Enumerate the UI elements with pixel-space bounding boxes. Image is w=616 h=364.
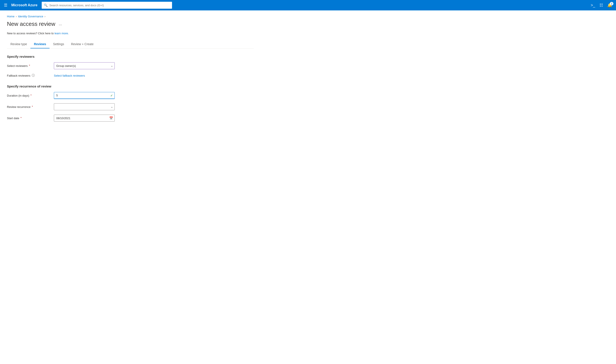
duration-label-text: Duration (in days) xyxy=(7,94,29,97)
duration-label: Duration (in days) * xyxy=(7,94,50,97)
specify-reviewers-section: Specify reviewers Select reviewers * Gro… xyxy=(7,55,254,78)
brand-name: Microsoft Azure xyxy=(11,3,37,7)
review-recurrence-label: Review recurrence * xyxy=(7,105,50,108)
breadcrumb: Home › Identity Governance › xyxy=(7,15,254,18)
duration-required: * xyxy=(31,94,32,97)
breadcrumb-home[interactable]: Home xyxy=(7,15,14,18)
duration-input-wrapper: ✓ xyxy=(54,92,115,99)
start-date-label: Start date * xyxy=(7,117,50,120)
duration-row: Duration (in days) * ✓ xyxy=(7,92,254,99)
select-reviewers-row: Select reviewers * Group owner(s) Select… xyxy=(7,62,254,69)
search-icon: 🔍 xyxy=(44,3,48,7)
review-recurrence-required: * xyxy=(32,105,33,108)
select-reviewers-label: Select reviewers * xyxy=(7,64,50,67)
select-reviewers-dropdown[interactable]: Group owner(s) Selected user(s) or group… xyxy=(54,62,115,69)
fallback-reviewers-label: Fallback reviewers ⓘ xyxy=(7,74,50,78)
main-content: Home › Identity Governance › New access … xyxy=(0,10,261,133)
review-recurrence-row: Review recurrence * Weekly Monthly Quart… xyxy=(7,103,254,110)
review-recurrence-wrapper: Weekly Monthly Quarterly Semi-annually A… xyxy=(54,103,115,110)
select-reviewers-required: * xyxy=(29,64,30,67)
tab-settings[interactable]: Settings xyxy=(50,40,67,48)
start-date-label-text: Start date xyxy=(7,117,19,120)
topbar-icons: >_ ☷ 🔔 2 xyxy=(589,2,613,9)
topbar: ☰ Microsoft Azure 🔍 >_ ☷ 🔔 2 xyxy=(0,0,616,10)
cloud-shell-button[interactable]: >_ xyxy=(589,2,596,9)
specify-recurrence-section: Specify recurrence of review Duration (i… xyxy=(7,84,254,122)
hamburger-menu-button[interactable]: ☰ xyxy=(3,2,9,9)
search-input[interactable] xyxy=(49,4,170,7)
start-date-input[interactable] xyxy=(54,115,115,122)
breadcrumb-identity-governance[interactable]: Identity Governance xyxy=(18,15,43,18)
tab-reviews[interactable]: Reviews xyxy=(30,40,50,48)
tab-review-type[interactable]: Review type xyxy=(7,40,30,48)
info-text: New to access reviews? Click here to lea… xyxy=(7,32,254,35)
start-date-wrapper: 📅 xyxy=(54,115,115,122)
duration-input[interactable] xyxy=(54,92,115,99)
learn-more-link[interactable]: learn more. xyxy=(54,32,69,35)
duration-check-icon: ✓ xyxy=(110,94,113,97)
notifications-button[interactable]: 🔔 2 xyxy=(606,2,613,9)
fallback-reviewers-label-text: Fallback reviewers xyxy=(7,74,30,77)
fallback-reviewers-info-icon: ⓘ xyxy=(32,74,35,78)
page-title-row: New access review ... xyxy=(7,21,254,27)
select-fallback-reviewers-link[interactable]: Select fallback reviewers xyxy=(54,74,85,77)
specify-reviewers-header: Specify reviewers xyxy=(7,55,254,58)
select-reviewers-label-text: Select reviewers xyxy=(7,64,27,67)
breadcrumb-sep-2: › xyxy=(44,15,45,18)
fallback-reviewers-row: Fallback reviewers ⓘ Select fallback rev… xyxy=(7,74,254,78)
breadcrumb-sep-1: › xyxy=(16,15,17,18)
directory-button[interactable]: ☷ xyxy=(598,2,604,9)
review-recurrence-label-text: Review recurrence xyxy=(7,105,30,108)
start-date-row: Start date * 📅 xyxy=(7,115,254,122)
tab-review-create[interactable]: Review + Create xyxy=(67,40,97,48)
select-reviewers-wrapper: Group owner(s) Selected user(s) or group… xyxy=(54,62,115,69)
search-bar: 🔍 xyxy=(42,2,172,9)
specify-recurrence-header: Specify recurrence of review xyxy=(7,84,254,88)
tabs-container: Review type Reviews Settings Review + Cr… xyxy=(7,40,254,49)
notification-count: 2 xyxy=(610,2,613,5)
review-recurrence-dropdown[interactable]: Weekly Monthly Quarterly Semi-annually A… xyxy=(54,103,115,110)
info-text-prefix: New to access reviews? Click here to xyxy=(7,32,54,35)
page-more-options-button[interactable]: ... xyxy=(58,21,63,27)
start-date-required: * xyxy=(20,117,22,120)
page-title: New access review xyxy=(7,21,55,27)
